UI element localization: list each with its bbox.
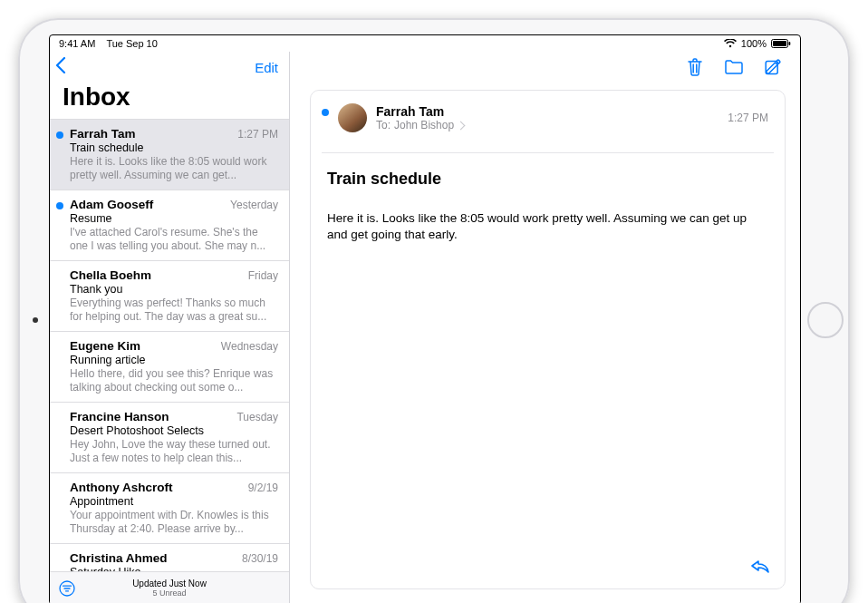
mail-item-sender: Chella Boehm	[70, 268, 151, 282]
mail-item[interactable]: Christina Ahmed8/30/19Saturday HikeHello…	[50, 544, 289, 571]
filter-button[interactable]	[59, 580, 75, 597]
mail-item-sender: Eugene Kim	[70, 339, 140, 353]
edit-button[interactable]: Edit	[255, 60, 278, 75]
message-subject: Train schedule	[311, 153, 785, 198]
mail-item-time: Tuesday	[236, 411, 278, 423]
back-button[interactable]	[55, 57, 66, 77]
mail-item-sender: Farrah Tam	[70, 127, 136, 141]
mail-item[interactable]: Adam GooseffYesterdayResumeI've attached…	[50, 190, 289, 261]
mail-item-subject: Running article	[70, 354, 278, 366]
chevron-right-icon	[457, 121, 466, 130]
unread-dot-icon	[56, 202, 63, 209]
mail-item-time: Yesterday	[230, 199, 278, 211]
mail-item-subject: Appointment	[70, 495, 278, 508]
mail-item-time: Friday	[248, 269, 278, 282]
unread-dot-icon	[56, 131, 63, 139]
message-list[interactable]: Farrah Tam1:27 PMTrain scheduleHere it i…	[50, 120, 289, 571]
mail-item-sender: Christina Ahmed	[70, 551, 168, 565]
mail-item-sender: Adam Gooseff	[70, 198, 153, 211]
mail-item-preview: Hello there, did you see this? Enrique w…	[70, 367, 278, 394]
wifi-icon	[724, 39, 737, 48]
to-label: To:	[376, 119, 391, 131]
message-card: Farrah Tam To: John Bishop 1:27 PM Tr	[310, 90, 786, 589]
reply-button[interactable]	[750, 558, 770, 578]
unread-count: 5 Unread	[152, 588, 186, 598]
message-to: John Bishop	[394, 119, 454, 131]
message-time: 1:27 PM	[728, 112, 768, 124]
mail-item-time: 8/30/19	[242, 552, 278, 565]
battery-icon	[771, 39, 791, 48]
mail-item-preview: I've attached Carol's resume. She's the …	[70, 226, 278, 253]
home-button[interactable]	[807, 302, 844, 338]
compose-button[interactable]	[764, 58, 782, 80]
message-from: Farrah Tam	[376, 104, 719, 119]
mail-item-preview: Your appointment with Dr. Knowles is thi…	[70, 509, 278, 536]
mail-item[interactable]: Eugene KimWednesdayRunning articleHello …	[50, 332, 289, 403]
mail-item-preview: Here it is. Looks like the 8:05 would wo…	[70, 155, 278, 182]
status-battery-percent: 100%	[741, 38, 767, 49]
mail-item[interactable]: Anthony Ashcroft9/2/19AppointmentYour ap…	[50, 473, 289, 544]
mail-item-sender: Francine Hanson	[70, 410, 169, 423]
mail-item-subject: Resume	[70, 212, 278, 225]
mail-item-subject: Train schedule	[70, 141, 278, 154]
trash-button[interactable]	[686, 57, 704, 81]
mail-item-time: 1:27 PM	[237, 128, 278, 141]
mail-item-subject: Desert Photoshoot Selects	[70, 424, 278, 437]
updated-status: Updated Just Now	[132, 579, 207, 589]
status-time: 9:41 AM	[59, 38, 95, 49]
message-body: Here it is. Looks like the 8:05 would wo…	[311, 198, 785, 588]
sidebar-footer: Updated Just Now 5 Unread	[50, 571, 289, 603]
mail-item-time: Wednesday	[221, 340, 278, 353]
avatar[interactable]	[338, 103, 367, 132]
mail-item[interactable]: Francine HansonTuesdayDesert Photoshoot …	[50, 403, 289, 473]
mailbox-sidebar: Edit Inbox Farrah Tam1:27 PMTrain schedu…	[50, 52, 290, 603]
mail-item-preview: Hey John, Love the way these turned out.…	[70, 438, 278, 465]
unread-dot-icon	[322, 109, 329, 116]
message-header[interactable]: Farrah Tam To: John Bishop 1:27 PM	[311, 91, 785, 141]
mail-item[interactable]: Farrah Tam1:27 PMTrain scheduleHere it i…	[50, 120, 289, 190]
status-date: Tue Sep 10	[106, 38, 157, 49]
move-folder-button[interactable]	[724, 59, 744, 79]
svg-rect-2	[789, 42, 791, 45]
status-bar: 9:41 AM Tue Sep 10 100%	[50, 35, 800, 52]
message-pane: Farrah Tam To: John Bishop 1:27 PM Tr	[290, 52, 800, 603]
mail-item-subject: Thank you	[70, 283, 278, 296]
mail-item[interactable]: Chella BoehmFridayThank youEverything wa…	[50, 261, 289, 332]
mail-item-time: 9/2/19	[248, 481, 278, 494]
mailbox-title: Inbox	[50, 79, 289, 120]
mail-item-sender: Anthony Ashcroft	[70, 481, 173, 494]
svg-rect-1	[773, 41, 786, 46]
mail-item-preview: Everything was perfect! Thanks so much f…	[70, 297, 278, 324]
